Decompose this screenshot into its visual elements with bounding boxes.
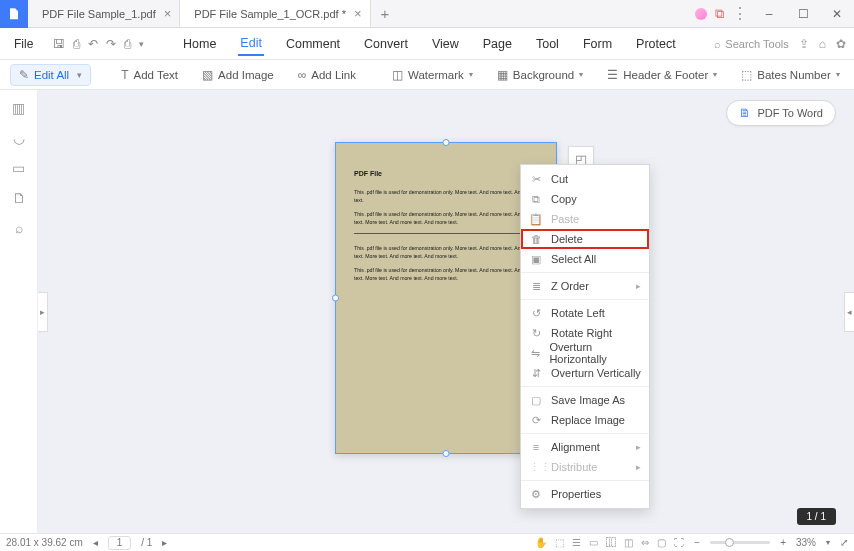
resize-handle-bottom[interactable] (443, 450, 450, 457)
label: Cut (551, 173, 568, 185)
ctx-properties[interactable]: ⚙Properties (521, 484, 649, 504)
thumbnails-icon[interactable]: ▥ (12, 100, 25, 116)
pdf-to-word-button[interactable]: 🗎 PDF To Word (726, 100, 836, 126)
ctx-rotate-right[interactable]: ↻Rotate Right (521, 323, 649, 343)
prev-page-icon[interactable]: ◂ (93, 537, 98, 548)
label: Add Text (134, 69, 179, 81)
cloud-icon[interactable]: ⌂ (819, 37, 826, 51)
fit-page-icon[interactable]: ▢ (657, 537, 666, 548)
add-image-button[interactable]: ▧Add Image (196, 65, 280, 85)
search-tools[interactable]: ⌕ Search Tools (714, 38, 788, 50)
canvas-area[interactable]: 🗎 PDF To Word PDF File This .pdf file is… (38, 90, 854, 533)
print2-icon[interactable]: ⎙ (124, 37, 131, 51)
tab-edit[interactable]: Edit (238, 32, 264, 56)
ctx-save-image-as[interactable]: ▢Save Image As (521, 390, 649, 410)
add-text-button[interactable]: TAdd Text (115, 65, 184, 85)
alignment-icon: ≡ (529, 441, 543, 453)
ctx-overturn-h[interactable]: ⇋Overturn Horizontally (521, 343, 649, 363)
ctx-cut[interactable]: ✂Cut (521, 169, 649, 189)
kebab-menu-icon[interactable]: ⋮ (732, 4, 748, 23)
label: Distribute (551, 461, 597, 473)
continuous-icon[interactable]: ⿲ (606, 537, 616, 548)
share-icon[interactable]: ⇪ (799, 37, 809, 51)
ctx-replace-image[interactable]: ⟳Replace Image (521, 410, 649, 430)
word-icon: 🗎 (739, 106, 751, 120)
expand-icon[interactable]: ⧉ (715, 6, 724, 22)
bookmarks-icon[interactable]: ◡ (13, 130, 25, 146)
ctx-overturn-v[interactable]: ⇵Overturn Vertically (521, 363, 649, 383)
save-icon[interactable]: 🖫 (53, 37, 65, 51)
watermark-button[interactable]: ◫Watermark▾ (386, 65, 479, 85)
separator (521, 386, 649, 387)
fullscreen-icon[interactable]: ⛶ (674, 537, 684, 548)
bates-number-button[interactable]: ⬚Bates Number▾ (735, 65, 846, 85)
tab-tool[interactable]: Tool (534, 33, 561, 55)
ctx-z-order[interactable]: ≣Z Order▸ (521, 276, 649, 296)
close-icon[interactable]: × (164, 6, 172, 21)
ctx-copy[interactable]: ⧉Copy (521, 189, 649, 209)
tab-form[interactable]: Form (581, 33, 614, 55)
file-menu[interactable]: File (8, 35, 39, 53)
ctx-alignment[interactable]: ≡Alignment▸ (521, 437, 649, 457)
next-page-icon[interactable]: ▸ (162, 537, 167, 548)
window-maximize[interactable] (790, 3, 816, 25)
tab-document-2[interactable]: PDF File Sample_1_OCR.pdf * × (180, 0, 370, 27)
zorder-icon: ≣ (529, 280, 543, 293)
page-paragraph: This .pdf file is used for demonstration… (354, 189, 538, 204)
read-mode-icon[interactable]: ☰ (572, 537, 581, 548)
chevron-down-icon[interactable]: ▾ (826, 538, 830, 547)
expand-viewport-icon[interactable]: ⤢ (840, 537, 848, 548)
label: Properties (551, 488, 601, 500)
label: Bates Number (757, 69, 831, 81)
edit-all-button[interactable]: ✎ Edit All ▾ (10, 64, 91, 86)
tab-home[interactable]: Home (181, 33, 218, 55)
close-icon[interactable]: × (354, 6, 362, 21)
two-page-icon[interactable]: ◫ (624, 537, 633, 548)
status-bar: 28.01 x 39.62 cm ◂ 1 / 1 ▸ ✋ ⬚ ☰ ▭ ⿲ ◫ ⇔… (0, 533, 854, 551)
print-icon[interactable]: ⎙ (73, 37, 80, 51)
zoom-out-icon[interactable]: − (694, 537, 700, 548)
tab-document-1[interactable]: PDF File Sample_1.pdf × (28, 0, 180, 27)
tab-page[interactable]: Page (481, 33, 514, 55)
properties-icon: ⚙ (529, 488, 543, 501)
tab-comment[interactable]: Comment (284, 33, 342, 55)
select-tool-icon[interactable]: ⬚ (555, 537, 564, 548)
left-collapse-handle[interactable]: ▸ (38, 292, 48, 332)
redo-icon[interactable]: ↷ (106, 37, 116, 51)
tab-view[interactable]: View (430, 33, 461, 55)
ctx-delete[interactable]: 🗑Delete (521, 229, 649, 249)
fit-width-icon[interactable]: ⇔ (641, 537, 649, 548)
window-minimize[interactable] (756, 3, 782, 25)
context-menu: ✂Cut ⧉Copy 📋Paste 🗑Delete ▣Select All ≣Z… (520, 164, 650, 509)
undo-icon[interactable]: ↶ (88, 37, 98, 51)
right-collapse-handle[interactable]: ◂ (844, 292, 854, 332)
comments-icon[interactable]: ▭ (12, 160, 25, 176)
image-icon: ▧ (202, 68, 213, 82)
ctx-paste: 📋Paste (521, 209, 649, 229)
account-avatar[interactable] (695, 8, 707, 20)
slider-knob[interactable] (725, 538, 734, 547)
single-page-icon[interactable]: ▭ (589, 537, 598, 548)
tab-convert[interactable]: Convert (362, 33, 410, 55)
text-icon: T (121, 68, 128, 82)
zoom-value[interactable]: 33% (796, 537, 816, 548)
header-footer-button[interactable]: ☰Header & Footer▾ (601, 65, 723, 85)
page-number-input[interactable]: 1 (108, 536, 132, 550)
main-menu-tabs: Home Edit Comment Convert View Page Tool… (144, 32, 714, 56)
label: Add Image (218, 69, 274, 81)
hand-tool-icon[interactable]: ✋ (535, 537, 547, 548)
settings-icon[interactable]: ✿ (836, 37, 846, 51)
app-icon[interactable] (0, 0, 28, 28)
attachments-icon[interactable]: 🗋 (12, 190, 26, 206)
ctx-rotate-left[interactable]: ↺Rotate Left (521, 303, 649, 323)
zoom-slider[interactable] (710, 541, 770, 544)
add-tab-button[interactable]: + (371, 0, 400, 27)
search-panel-icon[interactable]: ⌕ (15, 220, 23, 236)
add-link-button[interactable]: ∞Add Link (292, 65, 362, 85)
page-indicator: 1 / 1 (797, 508, 836, 525)
zoom-in-icon[interactable]: + (780, 537, 786, 548)
background-button[interactable]: ▦Background▾ (491, 65, 589, 85)
window-close[interactable] (824, 3, 850, 25)
tab-protect[interactable]: Protect (634, 33, 678, 55)
ctx-select-all[interactable]: ▣Select All (521, 249, 649, 269)
